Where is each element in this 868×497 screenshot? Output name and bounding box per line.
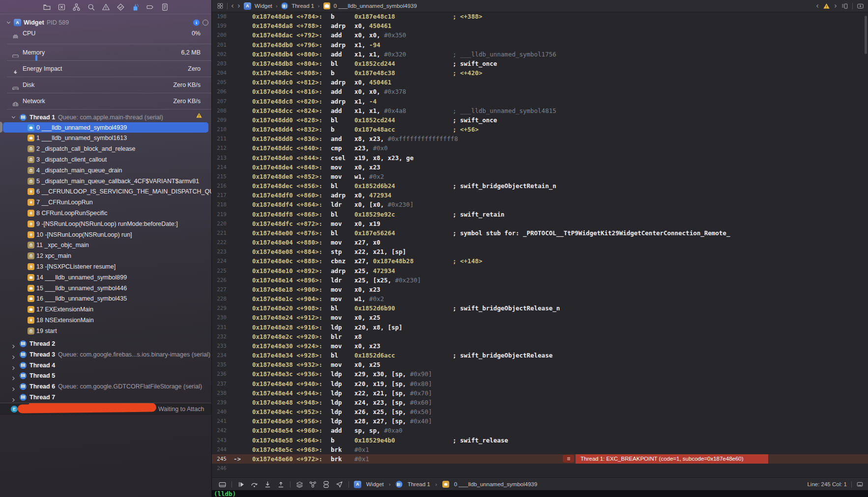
disclosure-chevron-icon[interactable] [11,397,16,403]
asm-line[interactable]: 2320x187e48e2c <+920>:blrx8 [212,332,868,341]
asm-line[interactable]: 2140x187e48de4 <+848>:movx0, x23 [212,163,868,172]
step-out-icon[interactable] [277,480,285,489]
asm-line[interactable]: 2180x187e48df4 <+864>:ldrx0, [x0, #0x230… [212,200,868,209]
stack-frame-row[interactable]: 0 ___lldb_unnamed_symbol4939 [0,122,211,133]
warning-icon[interactable] [823,2,830,10]
thread-row-thread-5[interactable]: Thread 5 [0,370,211,381]
next-issue-icon[interactable]: › [834,2,837,10]
asm-line[interactable]: 2150x187e48de8 <+852>:movw1, #0x2 [212,172,868,181]
asm-line[interactable]: 2280x187e48e1c <+904>:movw1, #0x2 [212,294,868,304]
stack-frame-row[interactable]: 3 _dispatch_client_callout [0,154,211,165]
asm-line-current[interactable]: 245->0x187e48e60 <+972>:brk#0x1Thread 1:… [212,454,868,464]
thread-row-thread-4[interactable]: Thread 4 [0,360,211,370]
asm-line[interactable]: 2330x187e48e30 <+924>:movx0, x23 [212,341,868,351]
stack-frame-row[interactable]: 9 -[NSRunLoop(NSRunLoop) runMode:beforeD… [0,219,211,229]
asm-line[interactable]: 2220x187e48e04 <+880>:movx27, x0 [212,238,868,247]
view-hierarchy-icon[interactable] [295,480,304,489]
asm-line[interactable]: 2030x187e48db8 <+804>:bl0x1852cd244; swi… [212,59,868,68]
stack-frame-row[interactable]: 15 ___lldb_unnamed_symbol446 [0,283,211,293]
jump-bar-frame[interactable]: 0 ___lldb_unnamed_symbol4939 [334,3,417,9]
asm-line[interactable]: 2360x187e48e3c <+936>:ldpx29, x30, [sp, … [212,369,868,379]
source-control-icon[interactable] [58,3,66,11]
asm-line[interactable]: 1980x187e48da4 <+784>:b0x187e48c18; <+38… [212,12,868,21]
thread-row-thread-2[interactable]: Thread 2 [0,338,211,349]
asm-line[interactable]: 2290x187e48e20 <+908>:bl0x1852d6b90; swi… [212,304,868,313]
reports-icon[interactable] [161,3,169,11]
asm-line[interactable]: 2430x187e48e58 <+964>:b0x18529e4b0; swif… [212,436,868,445]
asm-line[interactable]: 2100x187e48dd4 <+832>:b0x187e48acc; <+56… [212,125,868,134]
gauge-row-disk[interactable]: DiskZero KB/s [0,80,211,90]
asm-line[interactable]: 2040x187e48dbc <+808>:b0x187e48c38; <+42… [212,68,868,78]
asm-line[interactable]: 2250x187e48e10 <+892>:adrpx25, 472934 [212,266,868,276]
pin-gauge-icon[interactable] [203,20,208,26]
disclosure-chevron-icon[interactable] [11,376,16,381]
editor-options-icon[interactable] [841,2,848,10]
asm-line[interactable]: 2210x187e48e00 <+876>:bl0x187e56264; sym… [212,228,868,238]
display-icon[interactable] [856,481,864,488]
editor-scrollbar[interactable] [865,16,867,54]
asm-line[interactable]: 2310x187e48e28 <+916>:ldpx20, x8, [sp] [212,323,868,332]
asm-line[interactable]: 2270x187e48e18 <+900>:movx0, x23 [212,285,868,294]
stack-frame-row[interactable]: 11 _xpc_objc_main [0,240,211,250]
asm-line[interactable]: 2410x187e48e50 <+956>:ldpx28, x27, [sp, … [212,416,868,426]
asm-line[interactable]: 2230x187e48e08 <+884>:stpx22, x21, [sp] [212,247,868,256]
asm-line[interactable]: 2380x187e48e44 <+944>:ldpx22, x21, [sp, … [212,388,868,398]
stack-frame-row[interactable]: 10 -[NSRunLoop(NSRunLoop) run] [0,229,211,240]
stack-frame-row[interactable]: 2 _dispatch_call_block_and_release [0,144,211,154]
symbols-icon[interactable] [72,3,81,11]
asm-line[interactable]: 2400x187e48e4c <+952>:ldpx26, x25, [sp, … [212,407,868,416]
asm-line[interactable]: 2110x187e48dd8 <+836>:andx8, x23, #0xfff… [212,134,868,143]
asm-line[interactable]: 246 [212,464,868,473]
breakpoint-annotation-icon[interactable] [563,455,574,463]
stack-frame-row[interactable]: 6 __CFRUNLOOP_IS_SERVICING_THE_MAIN_DISP… [0,187,211,197]
waiting-process-row[interactable]: EWaiting to Attach [0,403,211,415]
debug-console[interactable]: (lldb) [212,490,868,497]
asm-line[interactable]: 2190x187e48df8 <+868>:bl0x18529e92c; swi… [212,210,868,219]
related-items-icon[interactable] [217,2,224,9]
debug-jump-frame[interactable]: 0 ___lldb_unnamed_symbol4939 [454,481,537,487]
breakpoints-icon[interactable] [146,3,154,11]
add-editor-icon[interactable] [857,2,864,10]
thread-row-thread-1[interactable]: Thread 1Queue: com.apple.main-thread (se… [0,112,211,122]
gauge-row-memory[interactable]: Memory6,2 MB [0,47,211,57]
stack-frame-row[interactable]: 7 __CFRunLoopRun [0,197,211,208]
stack-frame-row[interactable]: 12 xpc_main [0,251,211,261]
debug-jump-thread[interactable]: Thread 1 [407,481,430,487]
disclosure-chevron-icon[interactable] [11,365,16,371]
asm-line[interactable]: 2060x187e48dc4 <+816>:addx0, x0, #0x378 [212,87,868,96]
disassembly-code[interactable]: 1980x187e48da4 <+784>:b0x187e48c18; <+38… [212,12,868,477]
jump-bar-thread[interactable]: Thread 1 [291,3,314,9]
gauge-row-cpu[interactable]: CPU0% [0,28,211,38]
disclosure-chevron-icon[interactable] [11,114,16,120]
gauge-row-energy-impact[interactable]: Energy ImpactZero [0,63,211,74]
thread-row-thread-7[interactable]: Thread 7 [0,392,211,402]
issues-icon[interactable] [102,3,110,11]
gauge-row-network[interactable]: NetworkZero KB/s [0,96,211,106]
previous-issue-icon[interactable]: ‹ [816,2,819,10]
stack-frame-row[interactable]: 13 -[NSXPCListener resume] [0,261,211,272]
asm-line[interactable]: 2200x187e48dfc <+872>:movx0, x19 [212,219,868,228]
continue-icon[interactable] [237,480,245,489]
asm-line[interactable]: 2350x187e48e38 <+932>:movx0, x25 [212,360,868,369]
debug-jump-project[interactable]: Widget [366,481,384,487]
asm-line[interactable]: 2170x187e48df0 <+860>:adrpx0, 472934 [212,191,868,200]
hide-debug-area-icon[interactable] [218,480,227,489]
asm-line[interactable]: 2440x187e48e5c <+968>:brk#0x1 [212,445,868,454]
asm-line[interactable]: 2390x187e48e48 <+948>:ldpx24, x23, [sp, … [212,398,868,407]
stack-frame-row[interactable]: 18 NSExtensionMain [0,315,211,325]
tests-icon[interactable] [116,3,125,11]
project-navigator-icon[interactable] [43,3,51,11]
stack-frame-row[interactable]: 14 ___lldb_unnamed_symbol899 [0,272,211,282]
stack-frame-row[interactable]: 17 EXExtensionMain [0,304,211,315]
environment-overrides-icon[interactable] [322,480,330,489]
stack-frame-row[interactable]: 4 _dispatch_main_queue_drain [0,165,211,175]
find-icon[interactable] [87,3,95,11]
asm-line[interactable]: 2130x187e48de0 <+844>:cselx19, x8, x23, … [212,153,868,163]
asm-line[interactable]: 2020x187e48db4 <+800>:addx1, x1, #0x320;… [212,50,868,59]
disclosure-chevron-icon[interactable] [11,355,16,360]
step-over-icon[interactable] [250,480,259,489]
asm-line[interactable]: 2160x187e48dec <+856>:bl0x1852d6b24; swi… [212,181,868,191]
stack-frame-row[interactable]: 8 CFRunLoopRunSpecific [0,208,211,218]
forward-icon[interactable]: › [237,2,240,10]
debug-navigator-icon[interactable] [131,3,140,11]
